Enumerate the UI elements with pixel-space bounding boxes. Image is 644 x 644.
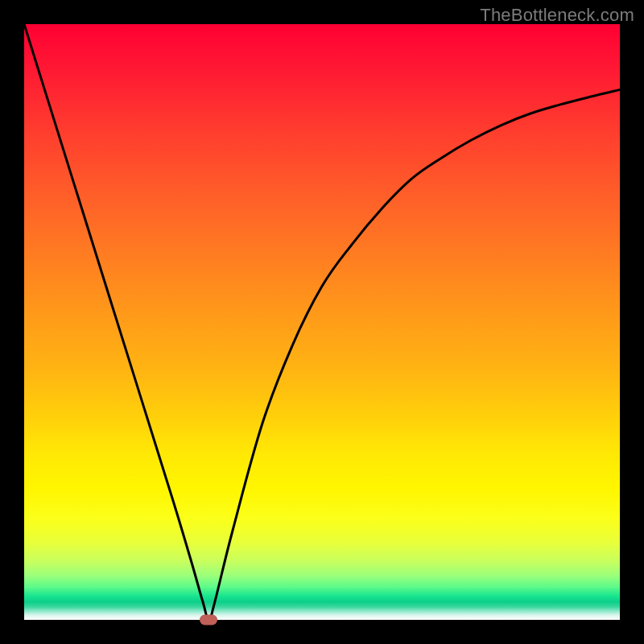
bottleneck-curve (24, 24, 620, 620)
watermark-text: TheBottleneck.com (480, 5, 634, 26)
chart-frame: TheBottleneck.com (0, 0, 644, 644)
plot-area (24, 24, 620, 620)
minimum-marker (200, 615, 217, 625)
